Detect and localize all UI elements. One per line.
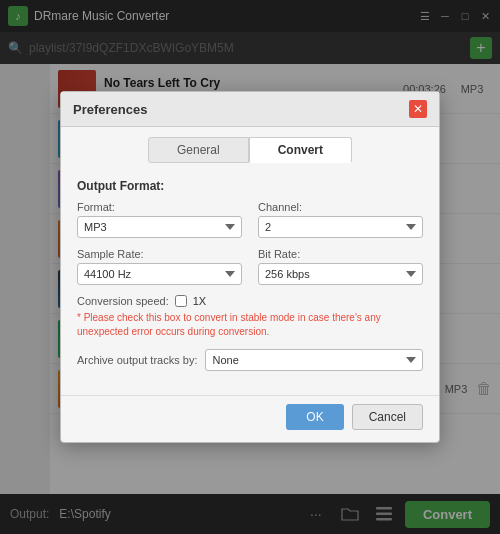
dialog-body: Output Format: Format: MP3 AAC FLAC WAV … xyxy=(61,169,439,395)
conversion-speed-label: Conversion speed: xyxy=(77,295,169,307)
archive-row: Archive output tracks by: None Artist Al… xyxy=(77,349,423,371)
ok-button[interactable]: OK xyxy=(286,404,343,430)
bit-rate-select[interactable]: 128 kbps 192 kbps 256 kbps 320 kbps xyxy=(258,263,423,285)
sample-rate-select[interactable]: 22050 Hz 44100 Hz 48000 Hz xyxy=(77,263,242,285)
conversion-speed-value: 1X xyxy=(193,295,206,307)
preferences-dialog: Preferences ✕ General Convert Output For… xyxy=(60,91,440,443)
modal-overlay: Preferences ✕ General Convert Output For… xyxy=(0,0,500,534)
format-channel-row: Format: MP3 AAC FLAC WAV Channel: 1 2 xyxy=(77,201,423,238)
conversion-speed-row: Conversion speed: 1X xyxy=(77,295,423,307)
archive-select[interactable]: None Artist Album Artist/Album xyxy=(205,349,423,371)
dialog-tabs: General Convert xyxy=(61,127,439,169)
format-label: Format: xyxy=(77,201,242,213)
channel-select[interactable]: 1 2 xyxy=(258,216,423,238)
format-group: Format: MP3 AAC FLAC WAV xyxy=(77,201,242,238)
dialog-close-button[interactable]: ✕ xyxy=(409,100,427,118)
bit-rate-group: Bit Rate: 128 kbps 192 kbps 256 kbps 320… xyxy=(258,248,423,285)
bit-rate-label: Bit Rate: xyxy=(258,248,423,260)
tab-general[interactable]: General xyxy=(148,137,249,163)
dialog-title: Preferences xyxy=(73,102,147,117)
sample-rate-label: Sample Rate: xyxy=(77,248,242,260)
output-format-section: Output Format: xyxy=(77,179,423,193)
tab-convert[interactable]: Convert xyxy=(249,137,352,163)
format-select[interactable]: MP3 AAC FLAC WAV xyxy=(77,216,242,238)
conversion-speed-checkbox[interactable] xyxy=(175,295,187,307)
dialog-header: Preferences ✕ xyxy=(61,92,439,127)
dialog-footer: OK Cancel xyxy=(61,395,439,442)
sample-rate-group: Sample Rate: 22050 Hz 44100 Hz 48000 Hz xyxy=(77,248,242,285)
archive-label: Archive output tracks by: xyxy=(77,354,197,366)
channel-group: Channel: 1 2 xyxy=(258,201,423,238)
cancel-button[interactable]: Cancel xyxy=(352,404,423,430)
sample-bitrate-row: Sample Rate: 22050 Hz 44100 Hz 48000 Hz … xyxy=(77,248,423,285)
conversion-speed-note: * Please check this box to convert in st… xyxy=(77,311,423,339)
channel-label: Channel: xyxy=(258,201,423,213)
